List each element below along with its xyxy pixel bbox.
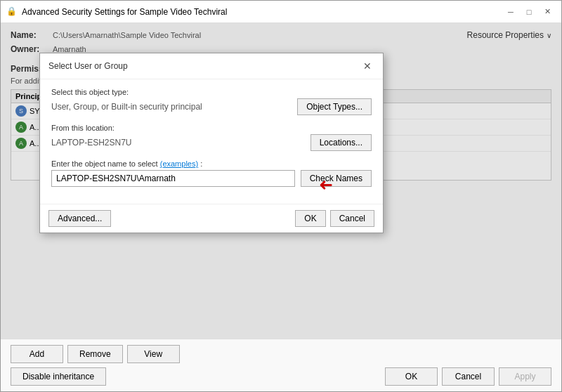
enter-name-text: Enter the object name to select: [51, 159, 158, 168]
disable-inheritance-button[interactable]: Disable inheritance: [11, 367, 106, 386]
dialog-cancel-button[interactable]: Cancel: [330, 210, 374, 227]
title-bar-left: 🔒 Advanced Security Settings for Sample …: [6, 6, 227, 18]
dialog-close-button[interactable]: ✕: [360, 59, 374, 73]
title-bar-controls: ─ □ ✕: [502, 5, 556, 19]
object-name-label: Enter the object name to select (example…: [51, 159, 372, 168]
maximize-button[interactable]: □: [521, 5, 537, 19]
remove-button[interactable]: Remove: [67, 345, 123, 363]
window-icon: 🔒: [6, 6, 18, 18]
location-section: From this location: LAPTOP-ESH2SN7U Loca…: [51, 124, 372, 151]
bottom-bar: Add Remove View Disable inheritance OK C…: [1, 339, 561, 391]
object-type-label: Select this object type:: [51, 88, 372, 96]
apply-button[interactable]: Apply: [499, 367, 551, 386]
location-label: From this location:: [51, 124, 372, 132]
ok-button[interactable]: OK: [385, 367, 438, 386]
object-type-row: User, Group, or Built-in security princi…: [51, 98, 372, 115]
dialog-body: Select this object type: User, Group, or…: [40, 79, 383, 204]
dialog-overlay: Select User or Group ✕ Select this objec…: [1, 23, 561, 339]
dialog-title-bar: Select User or Group ✕: [40, 53, 383, 79]
select-user-dialog: Select User or Group ✕ Select this objec…: [39, 53, 384, 233]
title-bar: 🔒 Advanced Security Settings for Sample …: [1, 1, 561, 23]
bottom-row1: Add Remove View: [11, 345, 551, 363]
locations-button[interactable]: Locations...: [311, 134, 372, 151]
location-value: LAPTOP-ESH2SN7U: [51, 138, 305, 148]
red-arrow-icon: ➜: [319, 175, 333, 195]
examples-link[interactable]: (examples): [160, 159, 198, 168]
dialog-footer-right: OK Cancel: [295, 210, 374, 227]
add-button[interactable]: Add: [11, 345, 63, 363]
object-type-section: Select this object type: User, Group, or…: [51, 88, 372, 115]
minimize-button[interactable]: ─: [502, 5, 519, 19]
check-names-button[interactable]: Check Names: [301, 170, 372, 187]
advanced-button[interactable]: Advanced...: [48, 210, 111, 227]
object-types-button[interactable]: Object Types...: [297, 98, 372, 115]
main-window: 🔒 Advanced Security Settings for Sample …: [0, 0, 562, 392]
dialog-ok-button[interactable]: OK: [295, 210, 325, 227]
location-row: LAPTOP-ESH2SN7U Locations...: [51, 134, 372, 151]
close-button[interactable]: ✕: [539, 5, 556, 19]
cancel-button[interactable]: Cancel: [442, 367, 495, 386]
object-type-value: User, Group, or Built-in security princi…: [51, 102, 292, 112]
object-name-section: Enter the object name to select (example…: [51, 159, 372, 187]
bottom-row2: OK Cancel Apply: [385, 367, 551, 386]
dialog-title: Select User or Group: [48, 61, 128, 71]
view-button[interactable]: View: [127, 345, 180, 363]
object-name-input[interactable]: [51, 170, 295, 187]
dialog-footer: Advanced... OK Cancel: [40, 204, 383, 233]
window-title: Advanced Security Settings for Sample Vi…: [22, 7, 227, 17]
